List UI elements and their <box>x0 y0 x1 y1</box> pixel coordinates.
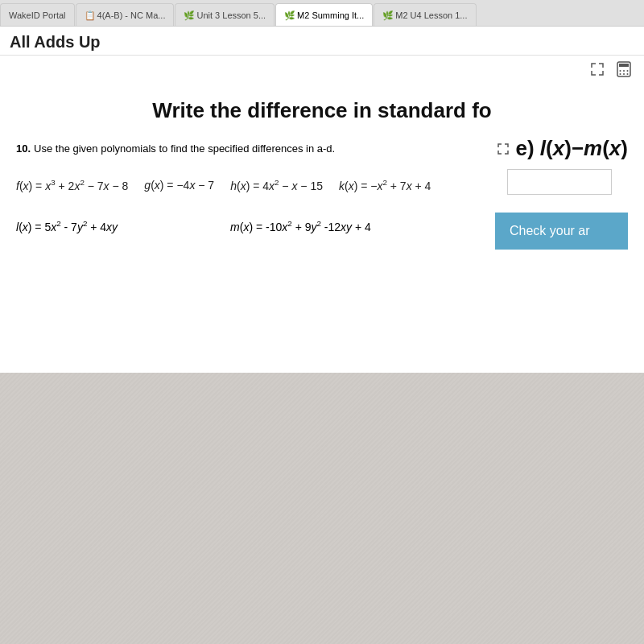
calculator-button[interactable] <box>613 59 634 82</box>
poly-k: k(x) = −x2 + 7x + 4 <box>339 178 431 192</box>
svg-rect-1 <box>619 64 629 67</box>
expand-button[interactable] <box>588 60 607 81</box>
svg-point-6 <box>623 73 625 75</box>
bottom-content-area <box>0 373 644 644</box>
poly-g: g(x) = −4x − 7 <box>144 179 214 192</box>
tab-m2summing-label: M2 Summing It... <box>297 10 364 20</box>
expand-small-icon <box>497 142 510 155</box>
calculator-icon <box>615 60 633 78</box>
answer-input[interactable] <box>507 169 612 195</box>
svg-point-3 <box>623 70 625 72</box>
tab-unit3[interactable]: 🌿 Unit 3 Lesson 5... <box>175 3 275 26</box>
tab-unit3-icon: 🌿 <box>184 10 193 20</box>
tab-unit3-label: Unit 3 Lesson 5... <box>196 10 266 20</box>
problem-number: 10. <box>16 142 31 155</box>
problem-instruction: Use the given polynomials to find the sp… <box>34 142 335 155</box>
tab-4ab[interactable]: 📋 4(A-B) - NC Ma... <box>76 3 175 26</box>
tab-wakeid-label: WakeID Portal <box>9 10 66 20</box>
page-content: All Adds Up <box>0 27 644 644</box>
m-function: m(x) = -10x2 + 9y2 -12xy + 4 <box>230 219 371 233</box>
svg-point-4 <box>627 70 629 72</box>
tab-m2u4[interactable]: 🌿 M2 U4 Lesson 1... <box>374 3 476 26</box>
lm-left: l(x) = 5x2 - 7y2 + 4xy m(x) = -10x2 + 9y… <box>16 219 371 233</box>
part-e-label: e) l(x)−m(x) <box>516 136 629 161</box>
tab-m2u4-label: M2 U4 Lesson 1... <box>395 10 467 20</box>
instruction-row: 10. Use the given polynomials to find th… <box>16 136 628 161</box>
poly-f: f(x) = x3 + 2x2 − 7x − 8 <box>16 178 128 192</box>
problem-section: 10. Use the given polynomials to find th… <box>0 130 644 259</box>
polynomials-row: f(x) = x3 + 2x2 − 7x − 8 g(x) = −4x − 7 … <box>16 169 628 201</box>
toolbar-row <box>0 56 644 85</box>
l-function: l(x) = 5x2 - 7y2 + 4xy <box>16 219 118 233</box>
svg-point-7 <box>627 73 629 75</box>
browser-chrome: WakeID Portal 📋 4(A-B) - NC Ma... 🌿 Unit… <box>0 0 644 27</box>
expand-icon <box>589 67 605 80</box>
app-header: All Adds Up <box>0 27 644 56</box>
svg-point-2 <box>620 70 621 72</box>
poly-h: h(x) = 4x2 − x − 15 <box>230 178 323 192</box>
lm-functions-row: l(x) = 5x2 - 7y2 + 4xy m(x) = -10x2 + 9y… <box>16 213 628 250</box>
tab-m2summing-icon: 🌿 <box>284 10 294 20</box>
tab-wakeid[interactable]: WakeID Portal <box>0 3 75 26</box>
main-heading: Write the difference in standard fo <box>0 85 644 130</box>
tab-bar: WakeID Portal 📋 4(A-B) - NC Ma... 🌿 Unit… <box>0 0 644 26</box>
tab-4ab-label: 4(A-B) - NC Ma... <box>97 10 166 20</box>
check-answer-button[interactable]: Check your ar <box>495 213 628 250</box>
app-title: All Adds Up <box>10 33 634 52</box>
check-btn-container: Check your ar <box>495 213 628 250</box>
svg-point-5 <box>620 73 621 75</box>
part-e-header: e) l(x)−m(x) <box>497 136 629 161</box>
tab-m2u4-icon: 🌿 <box>382 10 392 20</box>
tab-m2summing[interactable]: 🌿 M2 Summing It... <box>275 3 373 26</box>
tab-4ab-icon: 📋 <box>85 10 94 20</box>
